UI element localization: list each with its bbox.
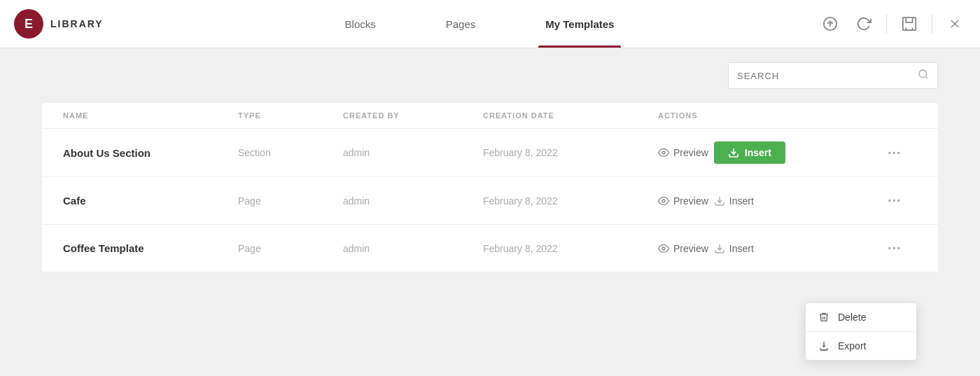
navigation-tabs: Blocks Pages My Templates [140,0,819,48]
eye-icon [658,147,669,158]
insert-button[interactable]: Insert [714,195,754,207]
row-created-by: admin [343,195,483,207]
trash-icon [818,312,830,323]
row-name: Cafe [63,195,238,207]
templates-table: NAME TYPE CREATED BY CREATION DATE ACTIO… [42,103,938,272]
eye-icon [658,195,669,207]
svg-point-7 [919,70,927,78]
context-menu: Delete Export [805,302,917,361]
more-options-button[interactable]: ··· [882,190,907,211]
svg-point-13 [662,247,665,250]
sync-icon-button[interactable] [853,13,875,35]
tab-blocks[interactable]: Blocks [338,0,383,48]
main-content: NAME TYPE CREATED BY CREATION DATE ACTIO… [0,48,980,376]
close-icon [948,17,962,31]
col-name: NAME [63,111,238,120]
row-created-by: admin [343,243,483,254]
tab-pages[interactable]: Pages [439,0,483,48]
row-actions: Preview Insert [658,243,882,254]
table-header: NAME TYPE CREATED BY CREATION DATE ACTIO… [42,103,938,129]
close-icon-button[interactable] [944,13,966,35]
svg-rect-4 [903,18,916,30]
more-options-button[interactable]: ··· [882,237,907,259]
search-row [42,62,938,89]
row-more: ··· [882,190,917,211]
row-more: ··· [882,237,917,259]
library-title: LIBRARY [50,18,104,29]
save-icon-button[interactable] [898,13,920,35]
export-menu-item[interactable]: Export [806,332,916,360]
header: E LIBRARY Blocks Pages My Templates [0,0,980,48]
col-created-by: CREATED BY [343,111,483,120]
search-box [728,62,938,89]
col-creation-date: CREATION DATE [483,111,658,120]
header-divider-2 [932,14,932,34]
elementor-logo: E [14,9,43,39]
tab-my-templates[interactable]: My Templates [538,0,621,48]
row-date: February 8, 2022 [483,243,658,254]
sync-icon [856,16,872,32]
table-row: Cafe Page admin February 8, 2022 Preview [42,177,938,225]
header-divider [886,14,887,34]
row-type: Page [238,243,343,254]
col-type: TYPE [238,111,343,120]
col-more [882,111,917,120]
row-actions: Preview Insert [658,195,882,207]
svg-point-11 [662,200,665,202]
delete-menu-item[interactable]: Delete [806,303,916,332]
logo-area: E LIBRARY [14,9,140,39]
header-actions [819,13,966,35]
row-actions: Preview Insert [658,141,882,164]
row-more: ··· [882,142,917,164]
col-actions: ACTIONS [658,111,882,120]
eye-icon [658,243,669,254]
row-type: Page [238,195,343,207]
row-date: February 8, 2022 [483,195,658,207]
upload-icon [822,16,838,32]
upload-icon-button[interactable] [819,13,841,35]
table-row: About Us Section Section admin February … [42,129,938,177]
row-name: About Us Section [63,147,238,159]
download-icon [714,195,725,207]
download-icon [714,243,725,254]
insert-primary-button[interactable]: Insert [714,141,785,164]
svg-line-8 [925,76,927,78]
row-date: February 8, 2022 [483,147,658,158]
save-icon [902,16,917,32]
insert-button[interactable]: Insert [714,243,754,254]
preview-button[interactable]: Preview [658,243,708,254]
preview-button[interactable]: Preview [658,147,708,158]
row-created-by: admin [343,147,483,158]
svg-point-9 [662,151,665,154]
table-row: Coffee Template Page admin February 8, 2… [42,225,938,272]
more-options-button[interactable]: ··· [882,142,907,164]
preview-button[interactable]: Preview [658,195,708,207]
row-name: Coffee Template [63,242,238,254]
search-icon [918,69,929,83]
download-icon [728,147,739,158]
export-icon [818,340,830,351]
row-type: Section [238,147,343,158]
search-input[interactable] [737,71,918,81]
